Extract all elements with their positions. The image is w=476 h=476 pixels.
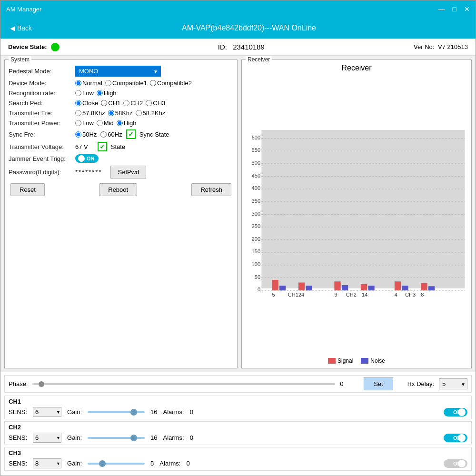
refresh-button[interactable]: Refresh bbox=[191, 183, 231, 196]
ch2-gain-slider[interactable] bbox=[88, 437, 145, 439]
ch2-alarms-value: 0 bbox=[190, 434, 193, 441]
sync-state-checkbox[interactable]: ✓ bbox=[126, 129, 136, 139]
svg-rect-38 bbox=[342, 285, 348, 290]
id-value: 23410189 bbox=[233, 43, 265, 51]
jammer-event-toggle[interactable]: ON bbox=[75, 154, 99, 163]
app-title: AM Manager bbox=[6, 6, 41, 13]
device-mode-normal[interactable]: Normal bbox=[75, 79, 102, 87]
svg-rect-32 bbox=[306, 286, 312, 290]
svg-rect-27 bbox=[272, 280, 278, 290]
power-mid[interactable]: Mid bbox=[97, 119, 114, 127]
ver-value: V7 210513 bbox=[438, 43, 468, 50]
device-mode-row: Device Mode: Normal Compatible1 Compatib… bbox=[9, 79, 233, 87]
jammer-event-row: Jammer Event Trigg: ON bbox=[9, 154, 233, 163]
ch2-sens-select[interactable]: 6 123 4578 bbox=[33, 433, 61, 443]
svg-rect-40 bbox=[368, 286, 374, 290]
receiver-chart-svg: 0 50 100 150 200 250 300 350 400 450 500… bbox=[246, 74, 467, 356]
transmitter-voltage-value: 67 V bbox=[75, 143, 88, 150]
search-ped-ch3[interactable]: CH3 bbox=[146, 99, 165, 107]
close-button[interactable]: ✕ bbox=[464, 5, 470, 13]
pedestal-mode-select[interactable]: MONO DUAL TRIPLE bbox=[75, 66, 161, 77]
phase-slider[interactable] bbox=[32, 383, 335, 385]
svg-text:CH2: CH2 bbox=[346, 292, 357, 298]
sync-state-label: Sync State bbox=[139, 131, 169, 138]
phase-label: Phase: bbox=[9, 380, 28, 387]
system-panel-title: System bbox=[10, 56, 30, 63]
ch2-gain-label: Gain: bbox=[67, 434, 82, 441]
password-controls: ******** SetPwd bbox=[75, 166, 146, 178]
ch3-alarms-label: Alarms: bbox=[159, 460, 180, 467]
recognition-rate-label: Recognition rate: bbox=[9, 89, 75, 97]
recognition-rate-low[interactable]: Low bbox=[75, 89, 94, 97]
fre-58[interactable]: 58Khz bbox=[108, 109, 133, 117]
device-mode-compatible1[interactable]: Compatible1 bbox=[105, 79, 147, 87]
ch1-toggle[interactable]: ON bbox=[444, 408, 467, 416]
reset-button[interactable]: Reset bbox=[10, 183, 45, 196]
phase-set-button[interactable]: Set bbox=[364, 377, 393, 390]
fre-578[interactable]: 57.8Khz bbox=[75, 109, 105, 117]
ch3-section: CH3 SENS: 8 123 4567 ▼ Gain: 5 Alarms: bbox=[4, 447, 472, 471]
ch1-sens-select[interactable]: 6 123 4578 bbox=[33, 407, 61, 417]
pedestal-mode-row: Pedestal Mode: MONO DUAL TRIPLE bbox=[9, 66, 233, 77]
fre-582[interactable]: 58.2Khz bbox=[136, 109, 166, 117]
device-mode-compatible2[interactable]: Compatible2 bbox=[150, 79, 192, 87]
title-bar: AM Manager — □ ✕ bbox=[0, 0, 476, 18]
ch1-row: SENS: 6 123 4578 ▼ Gain: 16 Alarms: 0 ON bbox=[9, 407, 467, 417]
transmitter-fre-label: Transmitter Fre: bbox=[9, 109, 75, 117]
recognition-rate-controls: Low High bbox=[75, 89, 117, 97]
ch2-gain-value: 16 bbox=[150, 434, 157, 441]
recognition-rate-high[interactable]: High bbox=[97, 89, 117, 97]
maximize-button[interactable]: □ bbox=[453, 5, 456, 13]
ver-label: Ver No: bbox=[414, 43, 434, 50]
receiver-chart-title: Receiver bbox=[246, 64, 467, 72]
power-low[interactable]: Low bbox=[75, 119, 94, 127]
svg-text:100: 100 bbox=[252, 261, 260, 267]
nav-bar: ◀ Back AM-VAP(b4e842bddf20)---WAN OnLine bbox=[0, 18, 476, 39]
rx-delay-select[interactable]: 5 1 2 3 4 6 7 8 bbox=[439, 378, 467, 389]
voltage-state-label: State bbox=[111, 143, 125, 150]
signal-legend-color bbox=[328, 358, 336, 364]
ch3-sens-select-wrapper: 8 123 4567 ▼ bbox=[33, 458, 61, 468]
ch2-toggle[interactable]: ON bbox=[444, 434, 467, 442]
minimize-button[interactable]: — bbox=[438, 5, 445, 13]
signal-legend-label: Signal bbox=[337, 357, 353, 364]
sync-60hz[interactable]: 60Hz bbox=[100, 131, 122, 138]
ch3-sens-select[interactable]: 8 123 4567 bbox=[33, 458, 61, 468]
pedestal-mode-label: Pedestal Mode: bbox=[9, 68, 75, 75]
device-mode-label: Device Mode: bbox=[9, 79, 75, 87]
svg-text:250: 250 bbox=[252, 223, 260, 229]
receiver-chart-container: 0 50 100 150 200 250 300 350 400 450 500… bbox=[246, 74, 467, 356]
ch3-title: CH3 bbox=[9, 449, 467, 456]
svg-text:400: 400 bbox=[252, 185, 260, 191]
svg-text:14: 14 bbox=[362, 292, 367, 298]
search-ped-close[interactable]: Close bbox=[75, 99, 98, 107]
jammer-event-label: Jammer Event Trigg: bbox=[9, 155, 75, 162]
svg-text:CH1: CH1 bbox=[288, 292, 298, 298]
back-button[interactable]: ◀ Back bbox=[10, 24, 32, 32]
rx-delay-select-wrapper: 5 1 2 3 4 6 7 8 ▼ bbox=[439, 378, 467, 389]
id-label: ID: bbox=[218, 43, 227, 51]
ch2-title: CH2 bbox=[9, 424, 467, 431]
svg-text:500: 500 bbox=[252, 160, 260, 166]
transmitter-fre-row: Transmitter Fre: 57.8Khz 58Khz 58.2Khz bbox=[9, 109, 233, 117]
svg-rect-31 bbox=[298, 283, 305, 291]
ch2-row: SENS: 6 123 4578 ▼ Gain: 16 Alarms: 0 ON bbox=[9, 433, 467, 443]
svg-rect-45 bbox=[402, 286, 408, 290]
voltage-state-checkbox[interactable]: ✓ bbox=[98, 142, 107, 151]
svg-rect-44 bbox=[395, 281, 401, 290]
search-ped-ch2[interactable]: CH2 bbox=[123, 99, 143, 107]
transmitter-voltage-row: Transmitter Voltage: 67 V ✓ State bbox=[9, 142, 233, 151]
ch3-alarms-value: 0 bbox=[186, 460, 189, 467]
search-ped-ch1[interactable]: CH1 bbox=[101, 99, 120, 107]
ch3-gain-slider[interactable] bbox=[88, 463, 145, 465]
sync-50hz[interactable]: 50Hz bbox=[75, 131, 97, 138]
ch1-gain-slider[interactable] bbox=[88, 411, 145, 413]
svg-rect-28 bbox=[279, 286, 286, 290]
setpwd-button[interactable]: SetPwd bbox=[110, 166, 146, 178]
signal-legend-item: Signal bbox=[328, 357, 353, 364]
reboot-button[interactable]: Reboot bbox=[99, 183, 137, 196]
action-buttons: Reset Reboot Refresh bbox=[9, 183, 233, 196]
power-high[interactable]: High bbox=[117, 119, 137, 127]
transmitter-voltage-label: Transmitter Voltage: bbox=[9, 143, 75, 150]
ch3-toggle[interactable]: ON bbox=[444, 459, 467, 468]
